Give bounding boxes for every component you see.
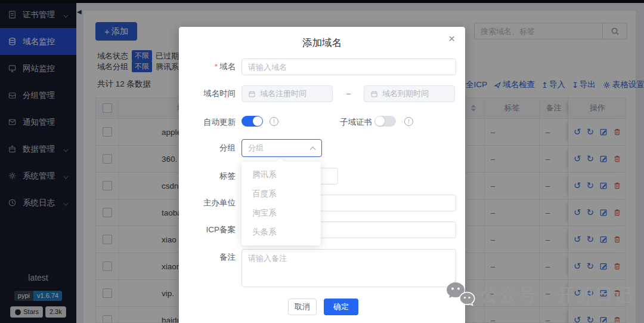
group-option[interactable]: 百度系: [242, 184, 321, 204]
calendar-icon: [248, 90, 256, 98]
watermark: 公众号 · 开源日记: [444, 281, 633, 309]
chevron-up-icon: [311, 146, 315, 150]
add-domain-modal: 添加域名 × *域名 域名时间 域名注册时间 – 域名到期时间 自动更新 ! 子…: [179, 27, 465, 323]
field-label-group: 分组: [187, 143, 236, 153]
confirm-button[interactable]: 确定: [324, 299, 358, 315]
date-separator: –: [346, 89, 351, 98]
remark-textarea[interactable]: [242, 249, 456, 287]
wechat-icon: [444, 281, 475, 309]
expire-date-input[interactable]: 域名到期时间: [364, 85, 455, 102]
sub-cert-toggle[interactable]: [374, 116, 396, 127]
field-label-remark: 备注: [187, 252, 236, 263]
group-select[interactable]: 分组: [242, 139, 322, 157]
watermark-text: 公众号 · 开源日记: [480, 283, 633, 307]
required-mark: *: [215, 62, 218, 71]
field-label-domain: *域名: [187, 61, 236, 72]
auto-update-toggle[interactable]: [242, 116, 263, 127]
info-icon[interactable]: !: [404, 117, 413, 126]
group-option[interactable]: 头条系: [242, 223, 321, 242]
group-dropdown: 腾讯系百度系淘宝系头条系: [242, 162, 321, 245]
register-date-placeholder: 域名注册时间: [260, 88, 306, 99]
domain-input[interactable]: [242, 59, 456, 75]
field-label-auto-update: 自动更新: [187, 117, 236, 128]
field-label-sub-cert: 子域证书: [340, 117, 372, 128]
cancel-button[interactable]: 取消: [288, 299, 317, 315]
field-label-tags: 标签: [187, 171, 236, 182]
register-date-input[interactable]: 域名注册时间: [242, 85, 333, 102]
modal-title: 添加域名: [179, 36, 465, 50]
expire-date-placeholder: 域名到期时间: [382, 88, 429, 99]
group-option[interactable]: 腾讯系: [242, 165, 321, 184]
group-select-placeholder: 分组: [248, 143, 311, 153]
field-label-icp: ICP备案: [187, 224, 236, 235]
calendar-icon: [370, 90, 378, 98]
field-label-org: 主办单位: [187, 198, 236, 208]
group-option[interactable]: 淘宝系: [242, 204, 321, 223]
field-label-time: 域名时间: [187, 88, 236, 99]
close-icon[interactable]: ×: [448, 32, 455, 45]
info-icon[interactable]: !: [270, 117, 278, 126]
